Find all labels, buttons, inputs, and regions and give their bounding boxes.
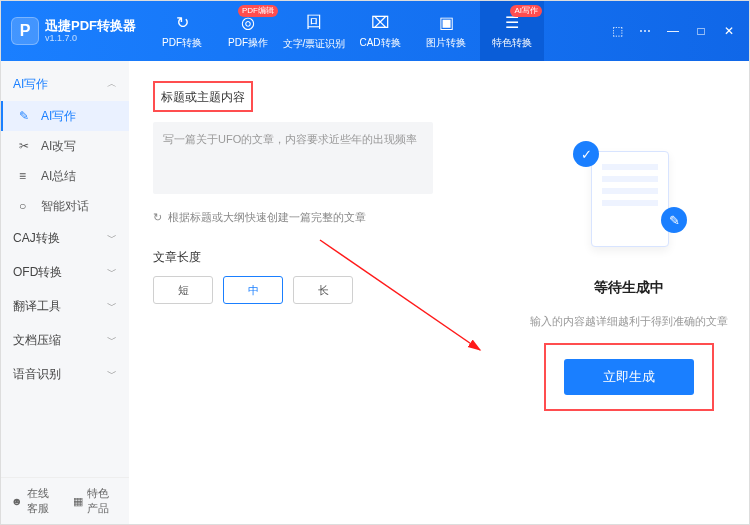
title-label: 标题或主题内容 xyxy=(161,90,245,104)
featured-products-link[interactable]: ▦特色产品 xyxy=(73,486,119,516)
topnav: ↻ PDF转换 PDF编辑 ◎ PDF操作 回 文字/票证识别 ⌧ CAD转换 … xyxy=(150,1,544,61)
nav-ocr[interactable]: 回 文字/票证识别 xyxy=(282,1,346,61)
side-group-translate[interactable]: 翻译工具 ﹀ xyxy=(1,289,129,323)
grid-icon: ▦ xyxy=(73,495,83,508)
check-icon: ✓ xyxy=(573,141,599,167)
app-version: v1.1.7.0 xyxy=(45,33,136,43)
generate-highlight-box: 立即生成 xyxy=(544,343,714,411)
app-title: 迅捷PDF转换器 xyxy=(45,19,136,33)
nav-cad[interactable]: ⌧ CAD转换 xyxy=(348,1,412,61)
minimize-button[interactable]: — xyxy=(663,21,683,41)
nav-label: CAD转换 xyxy=(359,36,400,50)
side-group-compress[interactable]: 文档压缩 ﹀ xyxy=(1,323,129,357)
pen-icon: ✎ xyxy=(661,207,687,233)
app-logo: P 迅捷PDF转换器 v1.1.7.0 xyxy=(11,17,136,45)
wait-subtitle: 输入的内容越详细越利于得到准确的文章 xyxy=(530,315,728,329)
headset-icon: ☻ xyxy=(11,495,23,507)
chevron-down-icon: ﹀ xyxy=(107,333,117,347)
sidebar-item-ai-write[interactable]: ✎ AI写作 xyxy=(1,101,129,131)
nav-label: 图片转换 xyxy=(426,36,466,50)
sidebar-item-label: 智能对话 xyxy=(41,198,89,215)
length-medium[interactable]: 中 xyxy=(223,276,283,304)
side-group-label: 文档压缩 xyxy=(13,332,61,349)
nav-badge: AI写作 xyxy=(510,5,542,17)
nav-image[interactable]: ▣ 图片转换 xyxy=(414,1,478,61)
nav-label: 文字/票证识别 xyxy=(283,37,346,51)
chevron-down-icon: ﹀ xyxy=(107,299,117,313)
nav-badge: PDF编辑 xyxy=(238,5,278,17)
cad-icon: ⌧ xyxy=(371,13,389,32)
sidebar-footer: ☻在线客服 ▦特色产品 xyxy=(1,477,129,524)
topbar: P 迅捷PDF转换器 v1.1.7.0 ↻ PDF转换 PDF编辑 ◎ PDF操… xyxy=(1,1,749,61)
chevron-up-icon: ︿ xyxy=(107,77,117,91)
side-group-label: 翻译工具 xyxy=(13,298,61,315)
nav-label: PDF操作 xyxy=(228,36,268,50)
sidebar-item-label: AI改写 xyxy=(41,138,76,155)
scan-icon: 回 xyxy=(306,12,322,33)
side-group-ai[interactable]: AI写作 ︿ xyxy=(1,67,129,101)
title-input[interactable]: 写一篇关于UFO的文章，内容要求近些年的出现频率 xyxy=(153,122,433,194)
sidebar-item-ai-summary[interactable]: ≡ AI总结 xyxy=(1,161,129,191)
nav-label: 特色转换 xyxy=(492,36,532,50)
logo-mark-icon: P xyxy=(11,17,39,45)
window-controls: ⬚ ⋯ — □ ✕ xyxy=(607,21,739,41)
menu-dots-icon[interactable]: ⋯ xyxy=(635,21,655,41)
side-group-label: OFD转换 xyxy=(13,264,62,281)
side-group-caj[interactable]: CAJ转换 ﹀ xyxy=(1,221,129,255)
waiting-illustration: ✓ ✎ xyxy=(569,141,689,261)
editor-pane: 标题或主题内容 写一篇关于UFO的文章，内容要求近些年的出现频率 ↻ 根据标题或… xyxy=(129,61,509,524)
nav-pdf-convert[interactable]: ↻ PDF转换 xyxy=(150,1,214,61)
wait-title: 等待生成中 xyxy=(594,279,664,297)
maximize-button[interactable]: □ xyxy=(691,21,711,41)
chevron-down-icon: ﹀ xyxy=(107,265,117,279)
side-group-label: AI写作 xyxy=(13,76,48,93)
nav-special[interactable]: AI写作 ☰ 特色转换 xyxy=(480,1,544,61)
title-label-box: 标题或主题内容 xyxy=(153,81,253,112)
online-service-link[interactable]: ☻在线客服 xyxy=(11,486,59,516)
image-icon: ▣ xyxy=(439,13,454,32)
side-group-label: 语音识别 xyxy=(13,366,61,383)
chevron-down-icon: ﹀ xyxy=(107,231,117,245)
length-short[interactable]: 短 xyxy=(153,276,213,304)
sidebar-item-label: AI总结 xyxy=(41,168,76,185)
pencil-icon: ✎ xyxy=(19,109,33,123)
length-options: 短 中 长 xyxy=(153,276,485,304)
title-input-placeholder: 写一篇关于UFO的文章，内容要求近些年的出现频率 xyxy=(163,133,417,145)
generate-button[interactable]: 立即生成 xyxy=(564,359,694,395)
side-group-voice[interactable]: 语音识别 ﹀ xyxy=(1,357,129,391)
nav-pdf-ops[interactable]: PDF编辑 ◎ PDF操作 xyxy=(216,1,280,61)
sidebar-item-ai-chat[interactable]: ○ 智能对话 xyxy=(1,191,129,221)
length-label: 文章长度 xyxy=(153,249,485,266)
list-icon: ≡ xyxy=(19,169,33,183)
side-group-label: CAJ转换 xyxy=(13,230,60,247)
length-long[interactable]: 长 xyxy=(293,276,353,304)
refresh-icon: ↻ xyxy=(176,13,189,32)
preview-pane: ✓ ✎ 等待生成中 输入的内容越详细越利于得到准确的文章 立即生成 xyxy=(509,61,749,524)
sidebar-item-ai-rewrite[interactable]: ✂ AI改写 xyxy=(1,131,129,161)
close-button[interactable]: ✕ xyxy=(719,21,739,41)
chevron-down-icon: ﹀ xyxy=(107,367,117,381)
sidebar-item-label: AI写作 xyxy=(41,108,76,125)
side-group-ofd[interactable]: OFD转换 ﹀ xyxy=(1,255,129,289)
hint-row: ↻ 根据标题或大纲快速创建一篇完整的文章 xyxy=(153,210,485,225)
skin-icon[interactable]: ⬚ xyxy=(607,21,627,41)
chat-icon: ○ xyxy=(19,199,33,213)
scissors-icon: ✂ xyxy=(19,139,33,153)
nav-label: PDF转换 xyxy=(162,36,202,50)
refresh-icon: ↻ xyxy=(153,211,162,224)
sidebar: AI写作 ︿ ✎ AI写作 ✂ AI改写 ≡ AI总结 ○ 智能对话 CAJ转换… xyxy=(1,61,129,524)
hint-text: 根据标题或大纲快速创建一篇完整的文章 xyxy=(168,210,366,225)
